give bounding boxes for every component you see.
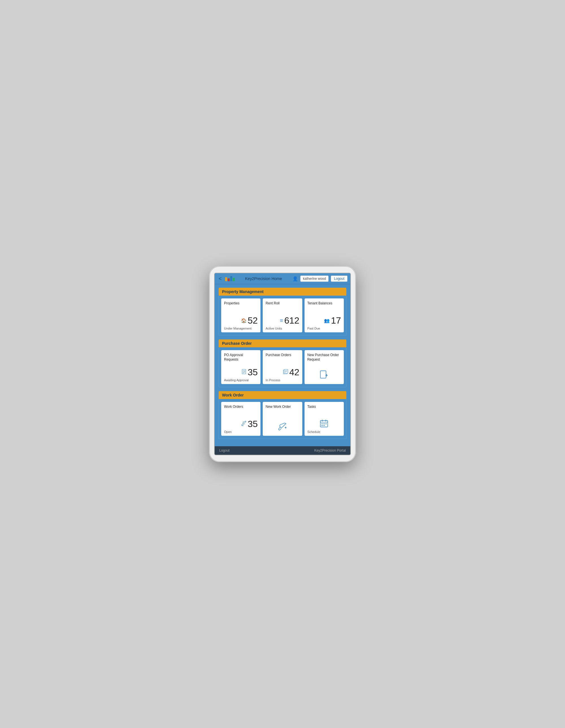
tile-new-po[interactable]: New Purchase Order Request [304,350,344,384]
tile-rent-roll-title: Rent Roll [266,301,299,314]
tile-po-approval-title: PO Approval Requests [224,353,258,365]
tile-tenant-balances-label: Past Due [307,327,341,330]
new-work-order-icon [278,422,287,431]
purchase-orders-icon [283,369,288,376]
rent-roll-icon: ≡ [280,317,283,324]
svg-rect-19 [323,423,324,424]
tile-rent-roll-value-row: ≡ 612 [266,316,299,325]
tile-purchase-orders-title: Purchase Orders [266,353,299,365]
svg-rect-0 [242,369,246,374]
tile-new-work-order-title: New Work Order [266,405,299,419]
tile-tenant-balances[interactable]: Tenant Balances 👥 17 Past Due [304,298,344,332]
svg-rect-22 [323,425,324,426]
app-title: Key2Precision Home [237,276,290,281]
tasks-calendar-icon [320,419,328,428]
logo-bar-1 [225,277,227,281]
footer-logout-button[interactable]: Logout [219,449,230,452]
tile-po-approval[interactable]: PO Approval Requests 35 [221,350,261,384]
new-po-icon [319,370,328,379]
svg-point-11 [242,425,243,425]
tile-purchase-orders-label: In Process [266,378,299,382]
tile-properties-label: Under Management [224,327,258,330]
tile-tenant-balances-value-row: 👥 17 [307,316,341,325]
svg-rect-21 [321,425,322,426]
tile-po-approval-label: Awaiting Approval [224,378,258,382]
tile-properties[interactable]: Properties 🏠 52 Under Management [221,298,261,332]
footer: Logout Key2Precision Portal [215,446,350,455]
tile-new-work-order[interactable]: New Work Order [263,402,302,436]
tile-work-orders-number: 35 [248,419,258,428]
tile-po-approval-number: 35 [248,368,258,377]
po-approval-icon [242,369,247,375]
tablet-device: < Key2Precision Home 👤 katherine wood Lo… [209,266,356,462]
tile-tasks-icon-area [307,417,341,430]
section-header-purchase-order: Purchase Order [219,339,346,347]
section-body-property-management: Properties 🏠 52 Under Management Rent Ro… [219,296,346,335]
logo-bar-3 [230,276,232,281]
tile-rent-roll-label: Active Units [266,327,299,330]
tile-rent-roll[interactable]: Rent Roll ≡ 612 Active Units [263,298,302,332]
section-body-purchase-order: PO Approval Requests 35 [219,347,346,387]
tile-new-po-icon-area [307,367,341,382]
properties-icon: 🏠 [241,318,247,323]
header-logout-button[interactable]: Logout [331,276,347,282]
tile-work-orders[interactable]: Work Orders 35 Open [221,402,261,436]
tile-properties-title: Properties [224,301,258,314]
tile-work-orders-label: Open [224,430,258,434]
svg-rect-18 [321,423,322,424]
tile-purchase-orders-value-row: 42 [266,368,299,377]
tile-tasks-label: Schedule [307,430,341,434]
back-button[interactable]: < [218,276,223,282]
tile-tenant-balances-number: 17 [331,316,341,325]
section-body-work-order: Work Orders 35 Open [219,399,346,439]
tenant-balances-icon: 👥 [324,318,330,323]
section-header-work-order: Work Order [219,391,346,399]
app-logo [225,276,235,281]
footer-portal-title: Key2Precision Portal [314,449,346,452]
tile-tasks[interactable]: Tasks [304,402,344,436]
tile-properties-number: 52 [248,316,258,325]
tile-work-orders-title: Work Orders [224,405,258,417]
section-purchase-order: Purchase Order PO Approval Requests [219,339,346,387]
user-icon: 👤 [292,276,298,281]
top-bar: < Key2Precision Home 👤 katherine wood Lo… [215,273,350,284]
section-header-property-management: Property Management [219,288,346,296]
svg-rect-8 [320,371,326,378]
logo-bar-2 [228,278,230,281]
logo-bar-4 [233,278,235,281]
tile-tenant-balances-title: Tenant Balances [307,301,341,314]
username-display: katherine wood [300,276,328,282]
tile-rent-roll-number: 612 [284,316,299,325]
section-property-management: Property Management Properties 🏠 52 Unde… [219,288,346,335]
main-content: Property Management Properties 🏠 52 Unde… [215,284,350,446]
tile-purchase-orders-number: 42 [289,368,299,377]
svg-rect-20 [325,423,326,424]
tile-work-orders-value-row: 35 [224,419,258,428]
tile-new-po-title: New Purchase Order Request [307,353,341,367]
tile-properties-value-row: 🏠 52 [224,316,258,325]
tile-new-work-order-icon-area [266,419,299,434]
work-orders-icon [241,421,247,428]
tile-tasks-title: Tasks [307,405,341,417]
tile-purchase-orders[interactable]: Purchase Orders [263,350,302,384]
section-work-order: Work Order Work Orders [219,391,346,439]
tile-po-approval-value-row: 35 [224,368,258,377]
tablet-screen: < Key2Precision Home 👤 katherine wood Lo… [214,273,351,455]
